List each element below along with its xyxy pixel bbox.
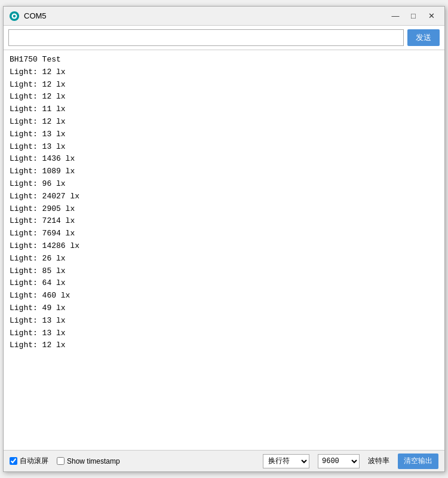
output-line: Light: 64 lx (10, 277, 438, 290)
input-bar: 发送 (4, 26, 444, 50)
output-line: Light: 24027 lx (10, 191, 438, 203)
output-line: Light: 12 lx (10, 66, 438, 79)
output-line: Light: 7694 lx (10, 228, 438, 240)
title-bar: COM5 — □ ✕ (4, 7, 444, 26)
output-line: Light: 12 lx (10, 91, 438, 103)
show-timestamp-checkbox[interactable]: Show timestamp (57, 457, 120, 465)
close-button[interactable]: ✕ (423, 10, 440, 23)
svg-point-2 (13, 14, 16, 17)
output-line: Light: 12 lx (10, 79, 438, 91)
maximize-button[interactable]: □ (405, 10, 422, 23)
baud-rate-label: 波特率 (368, 456, 389, 466)
output-line: Light: 1089 lx (10, 166, 438, 178)
output-line: Light: 11 lx (10, 103, 438, 116)
output-line: Light: 12 lx (10, 339, 438, 352)
output-line: Light: 12 lx (10, 116, 438, 128)
output-line: Light: 49 lx (10, 302, 438, 315)
output-line: Light: 96 lx (10, 178, 438, 191)
minimize-button[interactable]: — (387, 10, 404, 23)
output-line: Light: 13 lx (10, 128, 438, 141)
output-area: BH1750 TestLight: 12 lxLight: 12 lxLight… (4, 50, 444, 450)
output-line: Light: 13 lx (10, 141, 438, 154)
output-line: BH1750 Test (10, 54, 438, 66)
send-button[interactable]: 发送 (407, 29, 440, 46)
newline-select[interactable]: 换行符无换行符回车回车换行 (263, 454, 309, 468)
output-line: Light: 460 lx (10, 290, 438, 302)
serial-monitor-window: COM5 — □ ✕ 发送 BH1750 TestLight: 12 lxLig… (3, 6, 445, 472)
auto-scroll-label: 自动滚屏 (20, 456, 48, 466)
output-line: Light: 85 lx (10, 265, 438, 278)
status-bar: 自动滚屏 Show timestamp 换行符无换行符回车回车换行 300120… (4, 450, 444, 471)
output-line: Light: 13 lx (10, 315, 438, 327)
show-timestamp-label: Show timestamp (67, 457, 120, 465)
show-timestamp-input[interactable] (57, 457, 65, 465)
window-controls: — □ ✕ (387, 10, 440, 23)
clear-output-button[interactable]: 清空输出 (398, 454, 438, 469)
window-title: COM5 (24, 11, 387, 20)
output-line: Light: 2905 lx (10, 203, 438, 216)
output-line: Light: 13 lx (10, 327, 438, 340)
app-icon (8, 10, 20, 22)
baud-rate-select[interactable]: 3001200240048009600192003840057600748801… (318, 454, 360, 468)
output-line: Light: 26 lx (10, 253, 438, 265)
output-line: Light: 14286 lx (10, 240, 438, 253)
output-line: Light: 1436 lx (10, 153, 438, 166)
auto-scroll-checkbox[interactable]: 自动滚屏 (10, 456, 48, 466)
output-line: Light: 7214 lx (10, 215, 438, 228)
auto-scroll-input[interactable] (10, 457, 17, 465)
message-input[interactable] (8, 29, 404, 46)
